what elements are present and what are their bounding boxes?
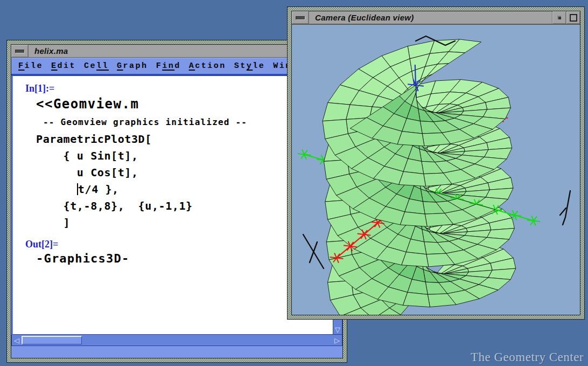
camera-window-title: Camera (Euclidean view) (309, 11, 552, 24)
horizontal-scrollbar-thumb[interactable] (22, 336, 82, 344)
camera-titlebar[interactable]: Camera (Euclidean view) (292, 11, 580, 24)
horizontal-scrollbar[interactable]: ◁ ▷ (11, 335, 342, 346)
watermark-text: The Geometry Center (471, 350, 584, 364)
window-menu-icon (15, 50, 24, 53)
desktop: { "desktop": { "background": "#4C70A2", … (0, 0, 588, 366)
window-menu-button[interactable] (11, 45, 29, 57)
maximize-icon (570, 14, 577, 22)
scroll-down-icon[interactable]: ▽ (333, 324, 342, 334)
menu-item-action[interactable]: Action (189, 61, 226, 71)
camera-window: Camera (Euclidean view) (287, 6, 585, 320)
scroll-right-icon[interactable]: ▷ (332, 335, 342, 346)
window-menu-button[interactable] (292, 11, 309, 24)
menu-item-file[interactable]: File (18, 61, 43, 71)
maximize-button[interactable] (566, 11, 580, 24)
menu-item-find[interactable]: Find (156, 61, 181, 71)
menu-item-graph[interactable]: Graph (117, 61, 148, 71)
scroll-left-icon[interactable]: ◁ (12, 335, 22, 346)
menu-item-cell[interactable]: Cell (84, 61, 109, 71)
notebook-bottom-band (11, 346, 342, 358)
menu-item-edit[interactable]: Edit (51, 61, 76, 71)
menu-item-style[interactable]: Style (234, 61, 265, 71)
iconify-icon (557, 16, 561, 19)
camera-3d-view[interactable] (292, 24, 580, 315)
window-menu-icon (296, 16, 305, 19)
notebook-document[interactable]: In[1]:=<<Geomview.m-- Geomview graphics … (11, 75, 333, 335)
iconify-button[interactable] (552, 11, 566, 24)
